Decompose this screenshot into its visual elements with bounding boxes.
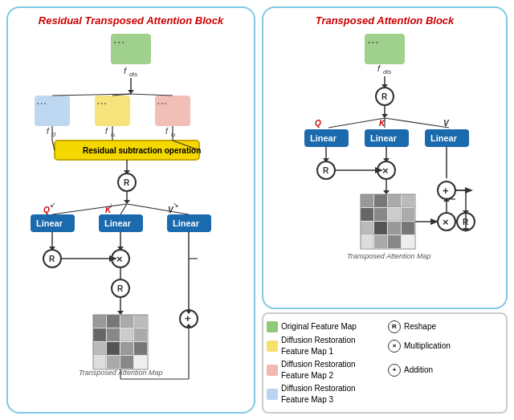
svg-text:• • •: • • • [368, 39, 378, 46]
svg-line-20 [131, 94, 173, 96]
svg-rect-70 [93, 315, 106, 328]
svg-text:t₁: t₁ [111, 131, 115, 138]
svg-marker-33 [124, 200, 130, 204]
svg-rect-73 [134, 315, 147, 328]
svg-rect-133 [361, 194, 373, 207]
svg-text:Q: Q [315, 119, 321, 128]
svg-rect-72 [120, 315, 133, 328]
svg-text:R: R [49, 255, 55, 263]
legend-label-multiply: Multiplication [404, 340, 451, 352]
svg-rect-134 [374, 194, 387, 207]
right-top-panel: Transposed Attention Block • • • f dis R… [262, 6, 508, 309]
svg-rect-141 [361, 222, 373, 234]
legend-label-original: Original Feature Map [281, 321, 357, 332]
svg-line-112 [328, 118, 385, 128]
svg-rect-84 [120, 356, 133, 369]
svg-line-47 [120, 204, 127, 214]
legend-item-diff1: Diffusion Restoration Feature Map 1 [267, 335, 381, 357]
legend-item-reshape: R Reshape [388, 320, 503, 333]
svg-rect-148 [402, 235, 414, 248]
svg-text:+: + [185, 312, 191, 324]
svg-text:↘: ↘ [173, 201, 179, 209]
svg-marker-132 [383, 190, 390, 194]
svg-text:R: R [124, 178, 130, 187]
svg-text:Q: Q [43, 206, 50, 214]
svg-text:f: f [47, 127, 50, 136]
svg-text:Residual subtraction operation: Residual subtraction operation [83, 146, 201, 155]
svg-rect-71 [107, 315, 120, 328]
svg-rect-135 [388, 194, 401, 207]
svg-text:Transposed Attention Map: Transposed Attention Map [347, 252, 431, 260]
svg-rect-146 [374, 235, 387, 248]
svg-marker-68 [117, 311, 124, 315]
svg-rect-142 [374, 222, 387, 234]
svg-text:↓: ↓ [109, 201, 113, 209]
svg-text:R: R [381, 92, 388, 101]
legend-reshape-circle: R [388, 320, 401, 333]
svg-text:Linear: Linear [310, 133, 337, 143]
svg-text:R: R [323, 166, 329, 175]
main-container: Residual Transposed Attention Block • • … [0, 0, 514, 420]
legend-addition-circle: + [388, 364, 401, 377]
svg-text:+: + [443, 185, 449, 197]
right-diagram: • • • f dis R Q K V [292, 30, 477, 295]
svg-text:dis: dis [129, 71, 137, 78]
svg-text:• • •: • • • [157, 100, 167, 106]
svg-rect-139 [388, 208, 401, 221]
svg-text:Linear: Linear [104, 218, 132, 228]
svg-text:V: V [443, 119, 450, 128]
legend-color-diff1 [267, 340, 278, 352]
svg-rect-147 [388, 235, 401, 248]
legend-color-original [267, 321, 278, 332]
svg-rect-85 [134, 356, 147, 369]
svg-text:t₂: t₂ [171, 131, 176, 138]
svg-marker-5 [128, 90, 134, 94]
svg-rect-137 [361, 208, 373, 221]
legend-label-addition: Addition [404, 365, 433, 376]
svg-marker-108 [381, 114, 388, 118]
svg-rect-145 [361, 235, 373, 248]
left-diagram: • • • f dis • • • f 0 • • • f t₁ • • • f [14, 30, 247, 383]
svg-rect-78 [93, 342, 106, 355]
left-panel-title: Residual Transposed Attention Block [39, 14, 223, 27]
svg-text:f: f [165, 127, 169, 136]
legend-item-multiply: × Multiplication [388, 335, 503, 357]
svg-text:f: f [124, 66, 127, 75]
svg-text:Transposed Attention Map: Transposed Attention Map [79, 369, 163, 377]
svg-text:↙: ↙ [50, 201, 56, 209]
legend-item-addition: + Addition [388, 359, 503, 381]
svg-line-48 [127, 204, 189, 214]
svg-line-114 [385, 118, 449, 128]
legend-item-diff2: Diffusion Restoration Feature Map 2 [267, 359, 381, 381]
svg-rect-82 [93, 356, 106, 369]
legend-label-reshape: Reshape [404, 321, 436, 332]
svg-text:R: R [117, 284, 124, 293]
svg-rect-79 [107, 342, 120, 355]
svg-rect-76 [120, 328, 133, 341]
svg-text:Linear: Linear [173, 218, 200, 228]
legend-item-diff3: Diffusion Restoration Feature Map 3 [267, 383, 381, 406]
svg-text:Linear: Linear [36, 218, 63, 228]
legend-label-diff3: Diffusion Restoration Feature Map 3 [281, 383, 381, 406]
legend-color-diff2 [267, 365, 278, 376]
svg-rect-144 [402, 222, 414, 234]
svg-text:f: f [377, 63, 381, 73]
svg-text:• • •: • • • [114, 39, 124, 46]
legend-multiply-circle: × [388, 340, 401, 353]
legend-label-diff1: Diffusion Restoration Feature Map 1 [281, 335, 381, 357]
svg-text:×: × [443, 216, 449, 228]
svg-text:• • •: • • • [97, 100, 107, 106]
svg-text:f: f [105, 127, 108, 136]
svg-rect-140 [402, 208, 414, 221]
svg-rect-81 [134, 342, 147, 355]
left-panel: Residual Transposed Attention Block • • … [6, 6, 255, 414]
svg-text:×: × [116, 253, 123, 265]
legend-item-original: Original Feature Map [267, 320, 381, 333]
svg-rect-136 [402, 194, 414, 207]
svg-text:0: 0 [52, 131, 56, 138]
svg-text:Linear: Linear [370, 133, 398, 143]
svg-rect-83 [107, 356, 120, 369]
svg-text:Linear: Linear [430, 133, 458, 143]
right-panel: Transposed Attention Block • • • f dis R… [262, 6, 508, 414]
svg-rect-80 [120, 342, 133, 355]
